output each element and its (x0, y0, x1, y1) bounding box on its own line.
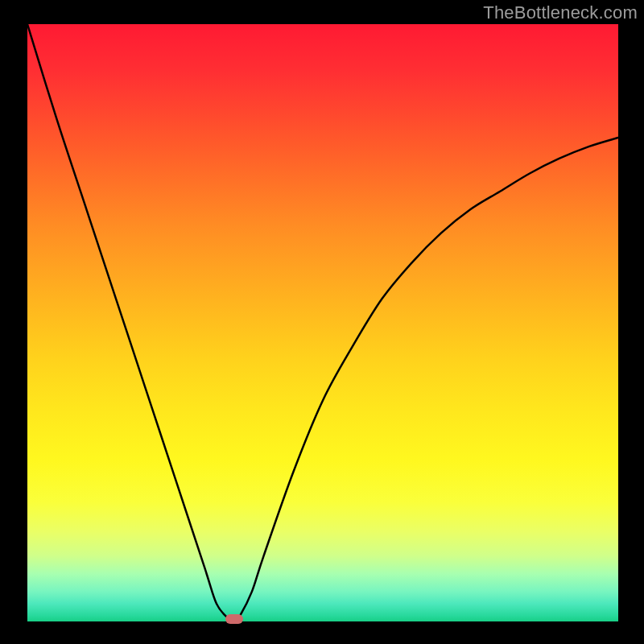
bottleneck-curve (27, 24, 618, 621)
optimal-marker (225, 614, 243, 624)
chart-frame: TheBottleneck.com (0, 0, 644, 644)
plot-area (27, 24, 618, 621)
watermark-text: TheBottleneck.com (483, 2, 638, 23)
